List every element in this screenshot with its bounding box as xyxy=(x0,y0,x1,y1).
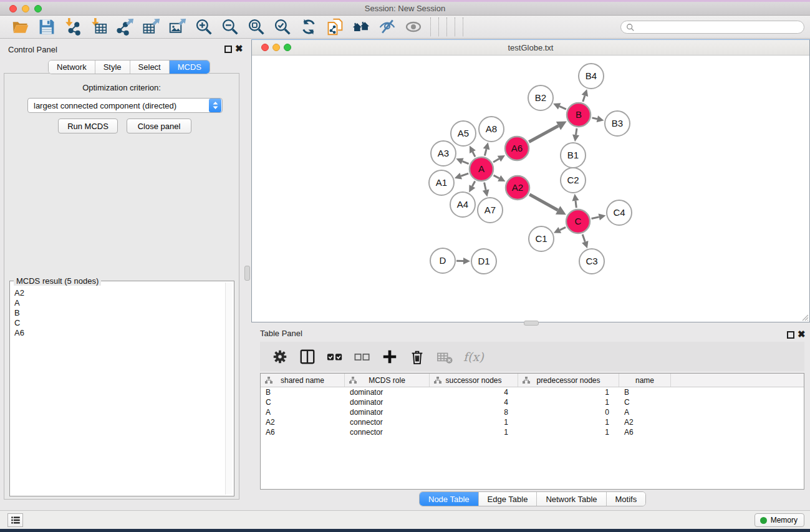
table-cell[interactable]: A6 xyxy=(261,427,345,437)
import-network-button[interactable] xyxy=(60,17,86,37)
hide-details-button[interactable] xyxy=(374,17,400,37)
memory-button[interactable]: Memory xyxy=(755,513,804,527)
table-cell[interactable]: 4 xyxy=(430,387,518,397)
horizontal-split-handle[interactable] xyxy=(524,321,539,326)
table-cell[interactable]: 1 xyxy=(518,387,619,397)
graph-edge-A-A4[interactable] xyxy=(472,181,475,186)
graph-edge-B-B2[interactable] xyxy=(559,106,566,109)
tab-node-table[interactable]: Node Table xyxy=(420,492,479,506)
table-cell[interactable]: 4 xyxy=(430,397,518,407)
mcds-result-item[interactable]: A6 xyxy=(11,328,225,338)
table-cell[interactable]: connector xyxy=(345,417,430,427)
search-input[interactable] xyxy=(638,23,799,32)
column-header-MCDS-role[interactable]: MCDS role xyxy=(345,374,430,387)
table-row[interactable]: Adominator80A xyxy=(261,407,804,417)
table-cell[interactable]: A xyxy=(261,407,345,417)
table-cell[interactable]: B xyxy=(619,387,671,397)
apply-layout-button[interactable] xyxy=(296,17,322,37)
table-settings-button[interactable] xyxy=(269,346,291,367)
table-row[interactable]: Bdominator41B xyxy=(261,387,804,397)
graph-edge-C-C4[interactable] xyxy=(592,217,599,219)
graph-edge-C-C2[interactable] xyxy=(576,201,576,208)
graph-edge-A2-C[interactable] xyxy=(529,195,557,210)
tab-mcds[interactable]: MCDS xyxy=(170,60,210,74)
column-header-name[interactable]: name xyxy=(619,374,671,387)
delete-column-button[interactable] xyxy=(406,346,428,367)
table-cell[interactable]: A2 xyxy=(261,417,345,427)
table-cell[interactable]: connector xyxy=(345,427,430,437)
mcds-result-item[interactable]: A xyxy=(11,298,225,308)
network-close-icon[interactable] xyxy=(261,44,269,51)
table-cell[interactable]: C xyxy=(619,397,671,407)
save-session-button[interactable] xyxy=(34,17,60,37)
tab-style[interactable]: Style xyxy=(95,60,130,74)
open-session-button[interactable] xyxy=(7,17,34,37)
graph-edge-A-A6[interactable] xyxy=(493,159,499,162)
tab-edge-table[interactable]: Edge Table xyxy=(479,492,538,506)
mcds-result-item[interactable]: A2 xyxy=(11,288,225,298)
show-panels-list-button[interactable] xyxy=(7,513,23,527)
export-network-button[interactable] xyxy=(112,17,138,37)
table-cell[interactable]: dominator xyxy=(345,387,430,397)
main-titlebar[interactable]: Session: New Session xyxy=(0,2,810,16)
graph-edge-B-B3[interactable] xyxy=(592,118,597,119)
maximize-window-icon[interactable] xyxy=(34,5,42,12)
network-minimize-icon[interactable] xyxy=(272,44,280,51)
zoom-in-button[interactable] xyxy=(191,17,217,37)
select-all-columns-button[interactable] xyxy=(324,346,346,367)
table-cell[interactable]: 0 xyxy=(518,407,619,417)
table-cell[interactable]: dominator xyxy=(345,397,430,407)
table-row[interactable]: Cdominator41C xyxy=(261,397,804,407)
table-float-panel-icon[interactable] xyxy=(787,331,794,339)
table-cell[interactable]: B xyxy=(261,387,345,397)
tab-network[interactable]: Network xyxy=(49,60,95,74)
table-cell[interactable]: A2 xyxy=(619,417,671,427)
graph-edge-A-A7[interactable] xyxy=(485,183,486,190)
vertical-split-handle[interactable] xyxy=(244,266,250,281)
first-neighbors-button[interactable] xyxy=(348,17,374,37)
network-window-titlebar[interactable]: testGlobe.txt xyxy=(252,40,809,56)
close-panel-button[interactable]: Close panel xyxy=(127,118,191,133)
criterion-dropdown[interactable]: largest connected component (directed) xyxy=(27,98,223,113)
export-image-button[interactable] xyxy=(165,17,191,37)
network-maximize-icon[interactable] xyxy=(284,44,291,51)
mcds-result-item[interactable]: C xyxy=(11,318,225,328)
search-field[interactable] xyxy=(620,21,804,34)
graph-edge-C-C3[interactable] xyxy=(582,235,585,242)
table-cell[interactable]: dominator xyxy=(345,407,430,417)
zoom-out-button[interactable] xyxy=(217,17,243,37)
table-cell[interactable]: 1 xyxy=(518,397,619,407)
zoom-selected-button[interactable] xyxy=(269,17,296,37)
tab-select[interactable]: Select xyxy=(130,60,170,74)
column-header-successor-nodes[interactable]: successor nodes xyxy=(430,374,518,387)
graph-edge-A-A2[interactable] xyxy=(494,175,499,178)
table-cell[interactable]: 1 xyxy=(430,417,518,427)
graph-edge-A-A3[interactable] xyxy=(463,162,469,164)
result-list-scrollbar[interactable] xyxy=(225,283,233,495)
graph-edge-B-B1[interactable] xyxy=(576,128,577,135)
graph-edge-A6-B[interactable] xyxy=(529,126,558,142)
graph-edge-C-C1[interactable] xyxy=(560,227,566,230)
table-row[interactable]: A6connector11A6 xyxy=(261,427,804,437)
graph-edge-A-A8[interactable] xyxy=(485,149,486,156)
tab-motifs[interactable]: Motifs xyxy=(607,492,646,506)
column-header-shared-name[interactable]: shared name xyxy=(261,374,345,387)
unselect-all-columns-button[interactable] xyxy=(351,346,374,367)
show-column-panel-button[interactable] xyxy=(296,346,319,367)
float-panel-icon[interactable] xyxy=(224,46,232,53)
tab-network-table[interactable]: Network Table xyxy=(537,492,606,506)
table-cell[interactable]: 1 xyxy=(430,427,518,437)
export-table-button[interactable] xyxy=(138,17,165,37)
close-window-icon[interactable] xyxy=(9,5,17,12)
table-cell[interactable]: 1 xyxy=(518,427,619,437)
table-cell[interactable]: A6 xyxy=(619,427,671,437)
import-table-button[interactable] xyxy=(86,17,112,37)
close-panel-icon[interactable]: ✖ xyxy=(235,44,243,54)
run-mcds-button[interactable]: Run MCDS xyxy=(58,118,118,133)
graph-edge-A-A1[interactable] xyxy=(461,173,468,176)
table-cell[interactable]: C xyxy=(261,397,345,407)
column-header-predecessor-nodes[interactable]: predecessor nodes xyxy=(518,374,619,387)
minimize-window-icon[interactable] xyxy=(22,5,29,12)
graph-edge-A-A5[interactable] xyxy=(473,152,475,157)
table-close-panel-icon[interactable]: ✖ xyxy=(798,329,806,339)
